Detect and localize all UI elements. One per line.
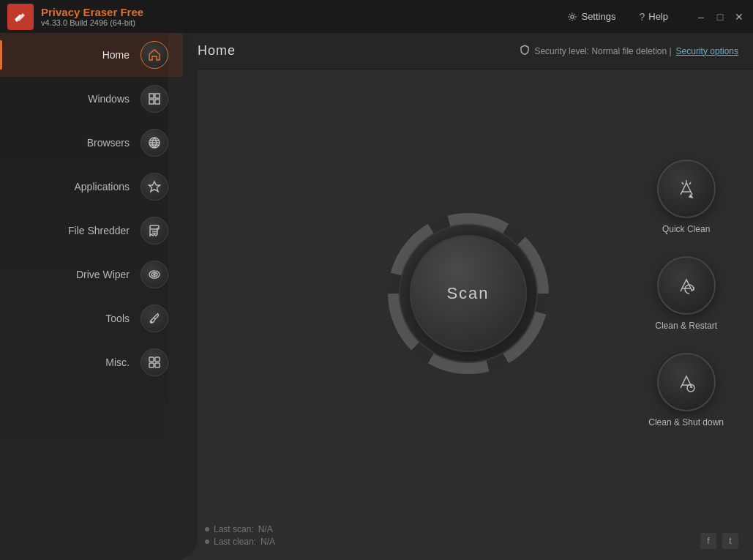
twitter-icon: t <box>729 536 731 546</box>
last-clean-label: Last clean: <box>214 537 256 547</box>
drive-wiper-icon <box>141 261 168 288</box>
svg-rect-20 <box>155 363 160 367</box>
sidebar-item-windows[interactable]: Windows <box>0 77 183 121</box>
twitter-button[interactable]: t <box>722 533 738 549</box>
facebook-button[interactable]: f <box>700 533 716 549</box>
svg-point-15 <box>154 274 155 275</box>
help-button[interactable]: ? Help <box>634 9 673 25</box>
svg-rect-18 <box>155 357 160 362</box>
app-title-block: Privacy Eraser Free v4.33.0 Build 2496 (… <box>41 6 143 27</box>
settings-label: Settings <box>581 11 615 22</box>
close-button[interactable]: ✕ <box>733 10 746 23</box>
status-bar: Last scan: N/A Last clean: N/A <box>183 517 753 560</box>
window-controls: – □ ✕ <box>694 10 746 23</box>
quick-clean-icon <box>675 177 698 201</box>
sidebar-label-applications: Applications <box>22 181 141 193</box>
restore-button[interactable]: □ <box>713 10 727 23</box>
titlebar: Privacy Eraser Free v4.33.0 Build 2496 (… <box>0 0 753 33</box>
sidebar-item-browsers[interactable]: Browsers <box>0 121 183 165</box>
last-scan-label: Last scan: <box>214 524 254 534</box>
tools-icon <box>141 305 168 332</box>
shield-icon <box>520 45 530 57</box>
last-clean-value: N/A <box>261 537 275 547</box>
scan-button[interactable]: Scan <box>410 235 527 352</box>
help-icon: ? <box>639 11 645 23</box>
sidebar-label-tools: Tools <box>22 313 141 324</box>
sidebar-label-drive-wiper: Drive Wiper <box>22 269 141 280</box>
clean-restart-label: Clean & Restart <box>655 321 717 331</box>
svg-line-22 <box>682 182 683 184</box>
minimize-button[interactable]: – <box>694 10 708 23</box>
settings-button[interactable]: Settings <box>563 9 620 24</box>
sidebar-label-misc: Misc. <box>22 356 141 368</box>
footer-social: f t <box>700 533 738 549</box>
svg-point-1 <box>571 15 574 18</box>
actions-panel: Quick Clean Clea <box>648 160 724 428</box>
page-title: Home <box>198 43 236 59</box>
content-area: Home Security level: Normal file deletio… <box>183 33 753 560</box>
last-scan-dot <box>205 527 209 531</box>
sidebar-item-home[interactable]: Home <box>0 33 183 77</box>
quick-clean-button[interactable] <box>657 160 716 218</box>
home-icon <box>141 41 168 69</box>
clean-restart-icon <box>675 274 698 297</box>
app-version: v4.33.0 Build 2496 (64-bit) <box>41 18 143 27</box>
scan-label: Scan <box>446 284 489 303</box>
misc-icon <box>141 348 168 376</box>
svg-rect-2 <box>149 94 154 98</box>
clean-shutdown-icon <box>675 370 698 394</box>
main-layout: Home Windows Browsers <box>0 33 753 560</box>
last-scan-item: Last scan: N/A <box>205 524 731 534</box>
file-shredder-icon <box>141 217 168 244</box>
sidebar-label-home: Home <box>22 49 141 61</box>
sidebar-label-browsers: Browsers <box>22 137 141 149</box>
svg-line-23 <box>689 182 691 184</box>
app-brand: Privacy Eraser Free v4.33.0 Build 2496 (… <box>7 4 143 30</box>
last-clean-dot <box>205 540 209 544</box>
last-scan-value: N/A <box>258 524 273 534</box>
browsers-icon <box>141 129 168 157</box>
svg-point-16 <box>151 321 152 323</box>
facebook-icon: f <box>707 536 709 546</box>
titlebar-actions: Settings ? Help – □ ✕ <box>563 9 746 25</box>
clean-shutdown-label: Clean & Shut down <box>648 417 724 428</box>
sidebar-item-applications[interactable]: Applications <box>0 165 183 209</box>
sidebar-item-drive-wiper[interactable]: Drive Wiper <box>0 253 183 296</box>
quick-clean-action: Quick Clean <box>657 160 716 234</box>
svg-rect-5 <box>155 100 160 104</box>
security-options-link[interactable]: Security options <box>676 46 738 56</box>
content-body: Scan <box>183 70 753 517</box>
sidebar-label-file-shredder: File Shredder <box>22 225 141 236</box>
applications-icon <box>141 173 168 201</box>
last-clean-item: Last clean: N/A <box>205 537 731 547</box>
sidebar-item-file-shredder[interactable]: File Shredder <box>0 209 183 253</box>
svg-rect-17 <box>149 357 154 362</box>
security-level-text: Security level: Normal file deletion | <box>534 46 671 56</box>
svg-rect-3 <box>155 94 160 98</box>
security-status: Security level: Normal file deletion | S… <box>520 45 738 57</box>
sidebar-item-misc[interactable]: Misc. <box>0 340 183 384</box>
sidebar: Home Windows Browsers <box>0 33 183 560</box>
clean-shutdown-action: Clean & Shut down <box>648 353 724 428</box>
svg-rect-19 <box>149 363 154 367</box>
quick-clean-label: Quick Clean <box>662 224 710 234</box>
sidebar-label-windows: Windows <box>22 93 141 105</box>
windows-icon <box>141 85 168 113</box>
sidebar-item-tools[interactable]: Tools <box>0 296 183 340</box>
content-header: Home Security level: Normal file deletio… <box>183 33 753 70</box>
clean-restart-button[interactable] <box>657 256 716 315</box>
svg-rect-4 <box>149 100 154 104</box>
clean-restart-action: Clean & Restart <box>655 256 717 331</box>
scan-area: Scan <box>388 213 549 374</box>
app-name: Privacy Eraser Free <box>41 6 143 18</box>
clean-shutdown-button[interactable] <box>657 353 716 411</box>
app-logo <box>7 4 34 30</box>
help-label: Help <box>648 11 668 22</box>
